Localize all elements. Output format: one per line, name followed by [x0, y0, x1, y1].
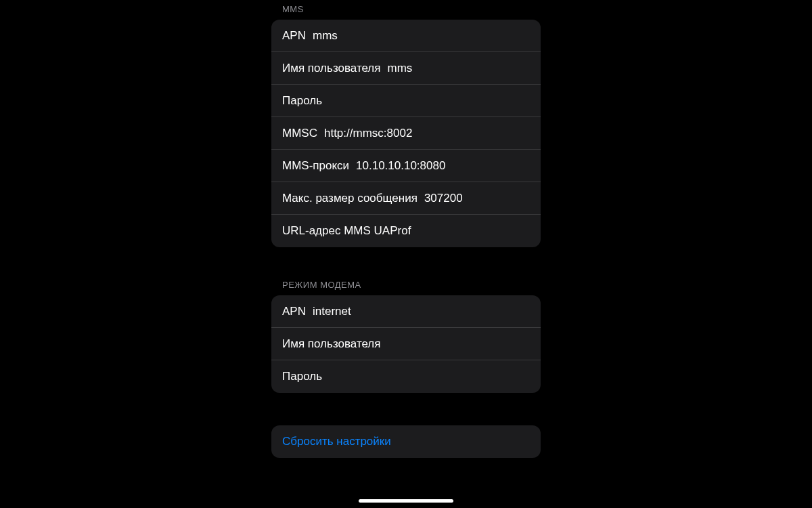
tethering-username-input[interactable]: [388, 337, 531, 351]
mms-maxsize-row[interactable]: Макс. размер сообщения: [271, 182, 541, 215]
mms-uaprof-row[interactable]: URL-адрес MMS UAProf: [271, 215, 541, 247]
mms-uaprof-label: URL-адрес MMS UAProf: [282, 224, 411, 238]
mms-maxsize-input[interactable]: [424, 192, 541, 205]
mms-username-label: Имя пользователя: [282, 62, 381, 75]
tethering-apn-row[interactable]: APN: [271, 295, 541, 328]
mms-section-header: MMS: [271, 0, 541, 20]
tethering-username-row[interactable]: Имя пользователя: [271, 328, 541, 360]
reset-button[interactable]: Сбросить настройки: [282, 435, 391, 448]
mms-apn-row[interactable]: APN: [271, 20, 541, 52]
mms-password-input[interactable]: [329, 94, 530, 108]
mms-mmsc-label: MMSC: [282, 127, 317, 140]
mms-proxy-input[interactable]: [356, 159, 530, 173]
tethering-password-input[interactable]: [329, 370, 530, 383]
mms-username-row[interactable]: Имя пользователя: [271, 52, 541, 85]
mms-mmsc-row[interactable]: MMSC: [271, 117, 541, 150]
tethering-section-header: РЕЖИМ МОДЕМА: [271, 247, 541, 295]
tethering-apn-input[interactable]: [313, 305, 530, 318]
mms-proxy-row[interactable]: MMS-прокси: [271, 150, 541, 182]
mms-apn-label: APN: [282, 29, 306, 43]
mms-maxsize-label: Макс. размер сообщения: [282, 192, 418, 205]
mms-proxy-label: MMS-прокси: [282, 159, 349, 173]
reset-row[interactable]: Сбросить настройки: [271, 425, 541, 458]
mms-username-input[interactable]: [388, 62, 531, 75]
tethering-apn-label: APN: [282, 305, 306, 318]
reset-section: Сбросить настройки: [271, 425, 541, 458]
mms-section: APN Имя пользователя Пароль MMSC MMS-про…: [271, 20, 541, 247]
mms-mmsc-input[interactable]: [324, 127, 530, 140]
settings-container: MMS APN Имя пользователя Пароль MMSC MMS…: [271, 0, 541, 458]
tethering-password-row[interactable]: Пароль: [271, 360, 541, 393]
tethering-username-label: Имя пользователя: [282, 337, 381, 351]
mms-password-label: Пароль: [282, 94, 322, 108]
mms-apn-input[interactable]: [313, 29, 530, 43]
home-indicator[interactable]: [359, 499, 453, 503]
tethering-section: APN Имя пользователя Пароль: [271, 295, 541, 393]
tethering-password-label: Пароль: [282, 370, 322, 383]
mms-password-row[interactable]: Пароль: [271, 85, 541, 117]
mms-uaprof-input[interactable]: [418, 224, 541, 238]
